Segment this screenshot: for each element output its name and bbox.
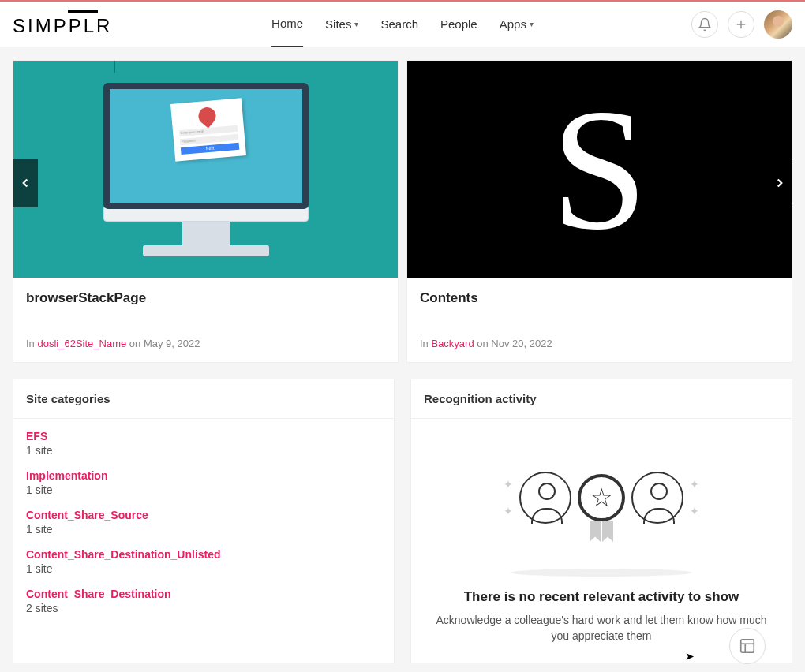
card-meta: In dosli_62Site_Name on May 9, 2022 <box>26 338 385 349</box>
featured-carousel: Enter your email Password Next browserSt… <box>13 60 792 363</box>
letter-icon: S <box>551 100 647 239</box>
category-count: 1 site <box>26 523 381 536</box>
user-avatar[interactable] <box>764 10 792 39</box>
category-count: 2 sites <box>26 602 381 614</box>
card-image: S <box>407 61 792 278</box>
template-fab-button[interactable] <box>729 628 766 664</box>
category-link[interactable]: Content_Share_Destination_Unlisted <box>26 548 381 561</box>
chevron-left-icon <box>18 176 32 190</box>
svg-rect-2 <box>741 640 754 653</box>
site-link[interactable]: Backyard <box>431 338 474 349</box>
chevron-down-icon: ▾ <box>530 20 534 28</box>
category-item: Implementation 1 site <box>26 469 381 496</box>
category-count: 1 site <box>26 444 381 457</box>
site-link[interactable]: dosli_62Site_Name <box>37 338 126 349</box>
category-item: Content_Share_Destination 2 sites <box>26 588 381 614</box>
card-title: browserStackPage <box>26 290 385 306</box>
panel-title: Site categories <box>13 379 394 419</box>
category-item: Content_Share_Destination_Unlisted 1 sit… <box>26 548 381 575</box>
nav-search[interactable]: Search <box>380 2 418 47</box>
header-actions <box>691 10 792 39</box>
card-meta: In Backyard on Nov 20, 2022 <box>420 338 779 349</box>
category-link[interactable]: EFS <box>26 430 381 442</box>
category-link[interactable]: Implementation <box>26 469 381 482</box>
nav-apps[interactable]: Apps▾ <box>500 2 534 47</box>
category-link[interactable]: Content_Share_Destination <box>26 588 381 600</box>
brand-logo[interactable]: SIMPPLR <box>13 12 112 37</box>
plus-icon <box>734 17 748 32</box>
notifications-button[interactable] <box>691 11 718 38</box>
chevron-down-icon: ▾ <box>354 20 358 28</box>
site-categories-panel: Site categories EFS 1 site Implementatio… <box>13 379 395 663</box>
template-icon <box>739 637 756 655</box>
award-icon: ☆ <box>578 474 625 521</box>
recognition-empty-title: There is no recent relevant activity to … <box>430 589 773 605</box>
featured-card-browserstack[interactable]: Enter your email Password Next browserSt… <box>13 60 399 363</box>
top-header: SIMPPLR Home Sites▾ Search People Apps▾ <box>0 2 805 47</box>
main-nav: Home Sites▾ Search People Apps▾ <box>271 2 534 47</box>
person-icon <box>519 472 571 524</box>
category-link[interactable]: Content_Share_Source <box>26 509 381 521</box>
person-icon <box>631 472 683 524</box>
cursor-icon: ➤ <box>685 650 695 663</box>
bell-icon <box>698 17 712 32</box>
category-count: 1 site <box>26 562 381 575</box>
recognition-empty-subtitle: Acknowledge a colleague's hard work and … <box>430 613 773 644</box>
bottom-panels: Site categories EFS 1 site Implementatio… <box>13 379 792 663</box>
nav-sites[interactable]: Sites▾ <box>325 2 358 47</box>
featured-card-contents[interactable]: S Contents In Backyard on Nov 20, 2022 <box>406 60 792 363</box>
category-item: EFS 1 site <box>26 430 381 457</box>
carousel-next-button[interactable] <box>767 159 792 207</box>
chevron-right-icon <box>773 176 787 190</box>
panel-title: Recognition activity <box>411 379 792 419</box>
category-count: 1 site <box>26 483 381 496</box>
category-item: Content_Share_Source 1 site <box>26 509 381 536</box>
card-title: Contents <box>420 290 779 306</box>
recognition-illustration: ✦✦ ☆ ✦✦ <box>430 450 773 545</box>
add-button[interactable] <box>728 11 754 38</box>
nav-home[interactable]: Home <box>271 2 303 47</box>
recognition-panel: Recognition activity ✦✦ ☆ ✦✦ There is no… <box>410 379 792 663</box>
card-image: Enter your email Password Next <box>13 61 398 278</box>
carousel-prev-button[interactable] <box>13 159 38 207</box>
nav-people[interactable]: People <box>440 2 477 47</box>
main-content: Enter your email Password Next browserSt… <box>0 47 805 672</box>
